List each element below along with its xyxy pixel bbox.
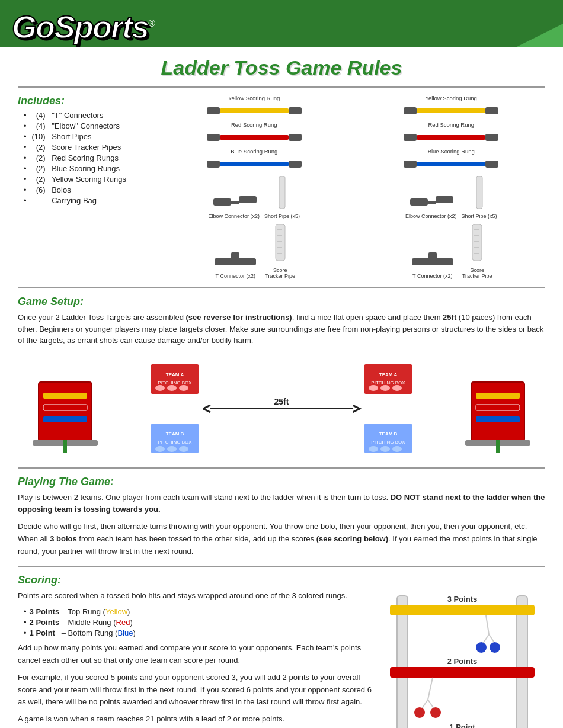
svg-rect-44 — [43, 405, 87, 410]
elbow-connector-svg-right — [407, 194, 455, 211]
blue-rung-label-left: Blue Scoring Rung — [231, 148, 277, 155]
svg-point-56 — [155, 446, 165, 452]
short-pipe-label-right: Short Pipe (x5) — [462, 213, 497, 219]
scoring-text-col: Points are scored when a tossed bolo hit… — [18, 590, 373, 728]
svg-rect-83 — [390, 605, 535, 615]
playing-section: Playing The Game: Play is between 2 team… — [18, 476, 545, 558]
svg-point-98 — [430, 707, 441, 718]
red-rung-right — [404, 130, 498, 143]
svg-rect-63 — [476, 405, 520, 410]
t-connector-svg-left — [212, 252, 259, 271]
svg-point-71 — [392, 385, 402, 391]
game-setup-text: Once your 2 Ladder Toss Targets are asse… — [18, 312, 545, 347]
ladder-diagram-left: Yellow Scoring Rung Red Scoring Rung — [160, 95, 348, 279]
diagrams-area: Yellow Scoring Rung Red Scoring Rung — [160, 95, 545, 279]
score-tracker-pipe-svg-left — [274, 224, 287, 265]
svg-rect-36 — [472, 224, 482, 261]
scoring-text-2: Add up how many points you earned and co… — [18, 642, 373, 667]
yellow-rung-label-right: Yellow Scoring Rung — [426, 95, 477, 101]
svg-line-97 — [428, 700, 434, 708]
svg-rect-0 — [207, 107, 220, 114]
includes-section: Includes: (4) "T" Connectors (4) "Elbow"… — [18, 95, 545, 279]
red-rung-left — [207, 130, 302, 143]
list-item: Carrying Bag — [24, 196, 148, 205]
list-item: (4) "Elbow" Connectors — [24, 121, 148, 130]
svg-point-91 — [490, 642, 500, 653]
svg-rect-61 — [471, 382, 524, 441]
header: GoSports® — [0, 0, 563, 47]
scoring-3pts: 3 Points – Top Rung (Yellow) — [24, 607, 373, 616]
score-tracker-pipe-label-left: Score Tracker Pipe — [264, 267, 296, 279]
playing-text-1: Play is between 2 teams. One player from… — [18, 492, 545, 517]
svg-point-76 — [380, 446, 390, 452]
svg-rect-62 — [476, 393, 520, 399]
list-item: (10) Short Pipes — [24, 132, 148, 141]
svg-rect-14 — [231, 252, 239, 261]
elbow-connector-svg-left — [210, 194, 258, 211]
svg-rect-11 — [239, 196, 257, 203]
pitching-diagram: TEAM A PITCHING BOX TEAM B PITCHING BOX … — [21, 352, 542, 459]
svg-rect-22 — [417, 108, 485, 113]
svg-point-75 — [369, 446, 378, 452]
svg-line-95 — [422, 700, 428, 708]
svg-point-58 — [179, 446, 188, 452]
list-item: (6) Bolos — [24, 185, 148, 194]
title-divider — [18, 86, 545, 88]
svg-rect-33 — [476, 176, 482, 209]
list-item: (2) Blue Scoring Rungs — [24, 164, 148, 173]
svg-rect-30 — [410, 198, 428, 206]
reg-symbol: ® — [148, 18, 154, 28]
svg-point-93 — [476, 642, 487, 653]
includes-heading: Includes: — [18, 95, 148, 107]
svg-rect-2 — [289, 107, 302, 114]
svg-rect-6 — [207, 161, 220, 168]
playing-divider — [18, 467, 545, 469]
svg-text:PITCHING BOX: PITCHING BOX — [371, 380, 405, 386]
game-setup-heading: Game Setup: — [18, 296, 545, 308]
logo-text: GoSports — [12, 9, 148, 44]
blue-rung-left — [207, 157, 302, 170]
svg-rect-25 — [417, 135, 485, 140]
svg-rect-31 — [428, 201, 436, 204]
blue-rung-label-right: Blue Scoring Rung — [428, 148, 475, 155]
svg-point-57 — [167, 446, 177, 452]
svg-rect-27 — [404, 161, 417, 168]
svg-rect-4 — [220, 135, 289, 140]
yellow-rung-left — [207, 104, 302, 117]
list-item: (4) "T" Connectors — [24, 111, 148, 120]
short-pipe-svg-left — [277, 176, 287, 211]
t-connector-label-right: T Connector (x2) — [412, 273, 452, 279]
svg-line-90 — [489, 634, 495, 643]
playing-text-2: Decide who will go first, then alternate… — [18, 521, 545, 557]
svg-text:TEAM B: TEAM B — [379, 431, 398, 437]
score-tracker-pipe-label-right: Score Tracker Pipe — [461, 267, 494, 279]
t-connector-label-left: T Connector (x2) — [216, 273, 255, 279]
svg-text:TEAM B: TEAM B — [166, 431, 184, 437]
scoring-image-col: 3 Points 2 Points 1 Point — [385, 590, 545, 728]
red-rung-label-left: Red Scoring Rung — [231, 121, 277, 128]
page-title: Ladder Toss Game Rules — [18, 56, 545, 79]
yellow-rung-right — [404, 104, 498, 117]
svg-rect-9 — [213, 198, 231, 206]
svg-rect-21 — [404, 107, 417, 114]
svg-rect-64 — [476, 416, 520, 422]
scoring-text-4: A game is won when a team reaches 21 poi… — [18, 713, 373, 726]
svg-rect-42 — [39, 382, 92, 441]
score-tracker-pipe-svg-right — [471, 224, 484, 265]
svg-rect-26 — [485, 134, 498, 141]
yellow-rung-label-left: Yellow Scoring Rung — [228, 95, 280, 101]
svg-text:1 Point: 1 Point — [449, 723, 475, 728]
svg-rect-7 — [220, 162, 289, 166]
svg-point-51 — [167, 385, 177, 391]
svg-line-92 — [483, 634, 489, 643]
short-pipe-left: Short Pipe (x5) — [264, 176, 300, 219]
svg-rect-3 — [207, 134, 220, 141]
svg-text:TEAM A: TEAM A — [166, 372, 184, 377]
scoring-text-3: For example, if you scored 5 points and … — [18, 672, 373, 708]
scoring-section: Scoring: Points are scored when a tossed… — [18, 574, 545, 728]
svg-rect-32 — [436, 196, 453, 203]
svg-rect-84 — [390, 667, 535, 678]
scoring-2pts: 2 Points – Middle Rung (Red) — [24, 618, 373, 627]
svg-text:3 Points: 3 Points — [447, 595, 478, 604]
svg-point-70 — [380, 385, 390, 391]
